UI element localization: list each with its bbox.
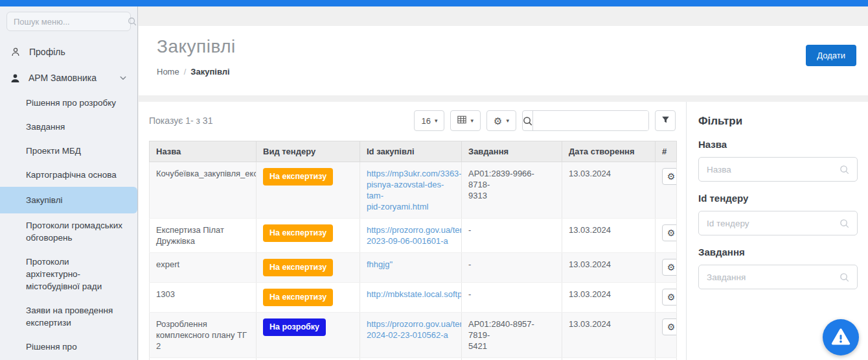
- filter-input-wrap: [698, 157, 858, 182]
- search-icon: [839, 272, 849, 282]
- sidebar-item-label: Рішення про розробку: [26, 97, 116, 109]
- table-search: [522, 110, 649, 131]
- cell-created-date: 13.03.2024: [562, 219, 656, 253]
- gear-icon: ⚙: [667, 322, 676, 331]
- row-actions-button[interactable]: ⚙: [662, 224, 677, 241]
- sidebar-item-label: Картографічна основа: [26, 169, 117, 181]
- procurement-link[interactable]: fhhgjg": [367, 259, 393, 269]
- filter-field: Id тендеру: [698, 193, 858, 235]
- sidebar-search: [6, 12, 131, 31]
- row-actions-button[interactable]: ⚙: [662, 318, 677, 335]
- sidebar-item-label: Протоколи громадських обговорень: [26, 219, 124, 244]
- column-header[interactable]: Назва: [150, 141, 257, 162]
- sidebar-item-label: Рішення про: [26, 341, 77, 353]
- filter-input[interactable]: [707, 219, 839, 228]
- procurement-link[interactable]: https://prozorro.gov.ua/tend 2023-09-06-…: [367, 225, 462, 246]
- cell-created-date: 13.03.2024: [562, 313, 656, 358]
- gear-icon: ⚙: [667, 263, 676, 272]
- filter-field: Назва: [698, 139, 858, 182]
- table-toolbar: Показує 1- з 31 16 ▾ ▾ ⚙ ▾: [149, 110, 676, 132]
- column-header[interactable]: Вид тендеру: [257, 141, 360, 162]
- table-row: Експертиза Пілат ДружківкаНа експертизуh…: [150, 219, 677, 253]
- filter-input-wrap: [698, 211, 858, 235]
- cell-actions: ⚙: [656, 253, 677, 283]
- cell-tender-type: На розробку: [257, 358, 360, 360]
- filter-toggle-button[interactable]: [655, 110, 676, 131]
- funnel-icon: [661, 115, 670, 126]
- column-header[interactable]: Id закупівлі: [360, 141, 462, 162]
- cell-actions: ⚙: [656, 283, 677, 313]
- column-header[interactable]: Дата створення: [562, 141, 656, 162]
- tender-type-badge: На розробку: [263, 318, 326, 336]
- procurement-link[interactable]: https://prozorro.gov.ua/tend 2024-02-23-…: [367, 319, 462, 340]
- sidebar-item-sub[interactable]: Рішення про: [0, 335, 137, 359]
- cell-created-date: 13.03.2024: [562, 253, 656, 283]
- sidebar-item-sub[interactable]: Заяви на проведення експертизи: [0, 298, 137, 335]
- gear-icon: ⚙: [667, 172, 676, 181]
- search-icon: [128, 17, 137, 26]
- filter-input[interactable]: [707, 272, 839, 282]
- sidebar-item-profile[interactable]: Профіль: [0, 39, 137, 65]
- sidebar-item-label: Закупівлі: [26, 194, 63, 206]
- warning-fab-button[interactable]: [823, 319, 859, 355]
- caret-down-icon: ▾: [470, 117, 474, 124]
- gear-icon: ⚙: [494, 116, 502, 126]
- tender-type-badge: На експертизу: [263, 224, 333, 242]
- toolbar-controls: 16 ▾ ▾ ⚙ ▾: [414, 110, 676, 131]
- cell-name: 1303: [150, 283, 257, 313]
- tender-type-badge: На експертизу: [263, 259, 333, 276]
- main-content: Показує 1- з 31 16 ▾ ▾ ⚙ ▾: [139, 102, 868, 360]
- menu-search-input[interactable]: [14, 17, 128, 27]
- table-search-input[interactable]: [533, 111, 649, 130]
- sidebar: Профіль АРМ Замовника Рішення про розроб…: [0, 6, 138, 360]
- tender-type-badge: На експертизу: [263, 168, 333, 186]
- table-row: 1303На експертизуhttp://mbkstate.local.s…: [150, 283, 677, 313]
- user-outline-icon: [10, 47, 21, 57]
- cell-name: expert: [150, 253, 257, 283]
- cell-procurement-id: http://mbkstate.local.softpro: [360, 283, 462, 313]
- column-header[interactable]: #: [656, 141, 677, 162]
- procurements-table: НазваВид тендеруId закупівліЗавданняДата…: [149, 141, 677, 360]
- sidebar-item-sub[interactable]: Рішення про розробку: [0, 91, 137, 115]
- cell-name: test56: [150, 358, 257, 360]
- cell-task: AP01:2839-9966-8718- 9313: [462, 162, 562, 219]
- cell-actions: ⚙: [656, 313, 677, 358]
- procurement-link[interactable]: http://mbkstate.local.softpro: [367, 289, 462, 299]
- user-filled-icon: [10, 73, 20, 83]
- cell-actions: ⚙: [656, 219, 677, 253]
- columns-dropdown[interactable]: ▾: [450, 110, 481, 131]
- breadcrumb: Home / Закупівлі: [157, 67, 856, 77]
- sidebar-item-sub[interactable]: Проекти МБД: [0, 139, 137, 163]
- cell-tender-type: На експертизу: [257, 219, 360, 253]
- sidebar-item-sub[interactable]: Картографічна основа: [0, 163, 137, 187]
- sidebar-menu: Профіль АРМ Замовника Рішення про розроб…: [0, 39, 137, 359]
- row-actions-button[interactable]: ⚙: [662, 168, 677, 185]
- filter-input[interactable]: [707, 165, 839, 174]
- caret-down-icon: ▾: [435, 117, 438, 124]
- sidebar-item-label: Профіль: [29, 47, 65, 57]
- column-header[interactable]: Завдання: [462, 141, 562, 162]
- filter-field: Завдання: [698, 246, 858, 289]
- filter-input-wrap: [698, 265, 858, 289]
- procurement-link[interactable]: https://mp3ukr.com/3363- pisnya-azovstal…: [367, 169, 462, 211]
- add-button[interactable]: Додати: [806, 45, 856, 66]
- row-actions-button[interactable]: ⚙: [662, 259, 677, 276]
- sidebar-item-arm-zamovnyka[interactable]: АРМ Замовника: [0, 65, 137, 91]
- filter-label: Назва: [698, 139, 858, 150]
- cell-procurement-id: https://prozorro.gov.ua/tend 2024-02-23-…: [360, 313, 462, 358]
- sidebar-item-sub[interactable]: Протоколи архітектурно-містобудівної рад…: [0, 250, 137, 298]
- cell-actions: ⚙: [656, 358, 677, 360]
- sidebar-item-sub[interactable]: Протоколи громадських обговорень: [0, 213, 137, 250]
- table-row: expertНа експертизуfhhgjg"-13.03.2024⚙: [150, 253, 677, 283]
- row-actions-button[interactable]: ⚙: [662, 289, 677, 306]
- sidebar-item-sub[interactable]: Завдання: [0, 115, 137, 139]
- settings-dropdown[interactable]: ⚙ ▾: [486, 110, 516, 131]
- breadcrumb-home-link[interactable]: Home: [157, 67, 179, 77]
- cell-tender-type: На експертизу: [257, 253, 360, 283]
- cell-tender-type: На експертизу: [257, 162, 360, 219]
- gear-icon: ⚙: [667, 293, 676, 302]
- page-size-dropdown[interactable]: 16 ▾: [414, 110, 444, 131]
- sidebar-item-active[interactable]: Закупівлі: [0, 187, 137, 213]
- filter-label: Id тендеру: [698, 193, 858, 204]
- gear-icon: ⚙: [667, 228, 676, 237]
